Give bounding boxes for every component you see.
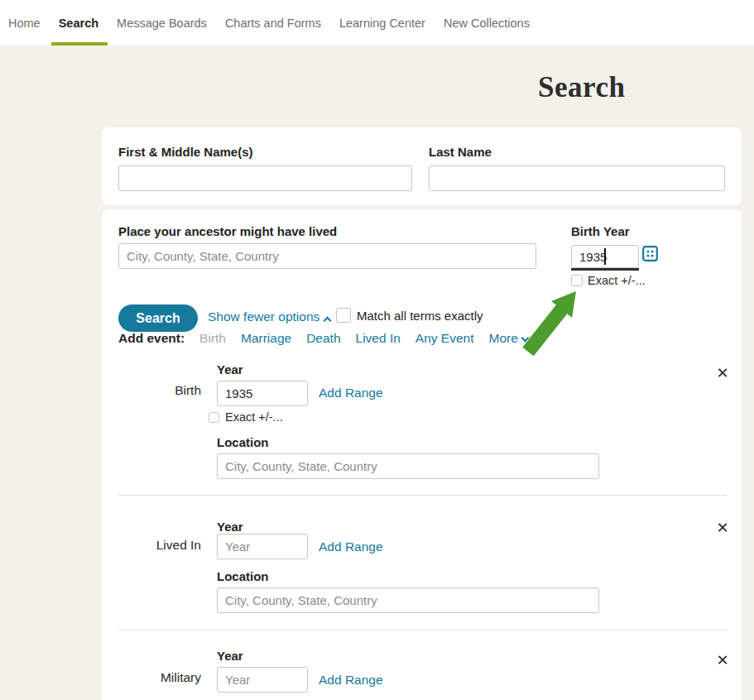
place-input[interactable]: [118, 243, 536, 269]
event-name-military: Military: [102, 670, 201, 685]
remove-lived-in-event-icon[interactable]: ✕: [714, 520, 731, 536]
lived-in-add-range-link[interactable]: Add Range: [319, 539, 383, 554]
birth-exact-label: Exact +/-...: [225, 410, 283, 424]
event-name-birth: Birth: [102, 383, 201, 398]
lived-in-year-input[interactable]: [217, 534, 308, 559]
lived-in-location-label: Location: [217, 569, 269, 583]
nav-item-search[interactable]: Search: [59, 0, 98, 46]
last-name-label: Last Name: [429, 145, 492, 159]
birth-year-field-label: Year: [217, 362, 243, 376]
add-event-birth-link: Birth: [199, 331, 226, 346]
lived-in-location-input[interactable]: [217, 587, 599, 613]
birth-year-exact-checkbox[interactable]: [571, 275, 583, 286]
event-divider: [118, 495, 727, 496]
birth-year-label: Birth Year: [571, 224, 630, 238]
birth-add-range-link[interactable]: Add Range: [319, 386, 383, 400]
military-year-input[interactable]: [217, 667, 308, 693]
nav-item-learning-center[interactable]: Learning Center: [339, 0, 425, 46]
add-event-more-link[interactable]: More: [488, 331, 527, 346]
search-button[interactable]: Search: [118, 304, 198, 332]
chevron-down-icon: [521, 334, 529, 343]
birth-location-label: Location: [217, 435, 269, 449]
top-navigation: Home Search Message Boards Charts and Fo…: [0, 0, 754, 46]
event-name-lived-in: Lived In: [102, 538, 201, 553]
birth-event-year-input[interactable]: [217, 381, 308, 406]
remove-birth-event-icon[interactable]: ✕: [714, 365, 731, 381]
remove-military-event-icon[interactable]: ✕: [714, 652, 731, 669]
place-label: Place your ancestor might have lived: [118, 224, 337, 238]
first-middle-name-label: First & Middle Name(s): [118, 145, 253, 159]
birth-year-focus-underline: [571, 268, 639, 271]
year-keypad-icon[interactable]: [642, 246, 658, 261]
add-event-any-event-link[interactable]: Any Event: [415, 331, 474, 346]
nav-item-new-collections[interactable]: New Collections: [444, 0, 530, 46]
match-all-terms-checkbox[interactable]: [336, 308, 351, 323]
birth-location-input[interactable]: [217, 453, 599, 479]
chevron-up-icon: [324, 317, 332, 325]
page-title: Search: [538, 71, 625, 104]
add-event-lived-in-link[interactable]: Lived In: [356, 331, 401, 346]
nav-item-charts-and-forms[interactable]: Charts and Forms: [225, 0, 321, 46]
green-annotation-arrow-icon: [520, 285, 584, 368]
show-fewer-options-link[interactable]: Show fewer options: [208, 309, 330, 324]
birth-exact-checkbox[interactable]: [209, 412, 219, 423]
first-middle-name-input[interactable]: [118, 165, 412, 191]
birth-year-exact-label: Exact +/-...: [588, 274, 646, 287]
last-name-input[interactable]: [429, 165, 725, 191]
lived-in-year-field-label: Year: [217, 520, 243, 534]
military-year-field-label: Year: [217, 649, 243, 663]
show-fewer-options-label: Show fewer options: [208, 309, 319, 324]
add-event-row: Add event: Birth Marriage Death Lived In…: [118, 331, 528, 346]
nav-item-message-boards[interactable]: Message Boards: [117, 0, 207, 46]
add-event-death-link[interactable]: Death: [306, 331, 340, 346]
match-all-terms-label: Match all terms exactly: [357, 309, 483, 323]
name-fields-card: First & Middle Name(s) Last Name: [102, 127, 742, 205]
text-caret: [604, 248, 606, 265]
event-divider: [118, 630, 727, 630]
military-add-range-link[interactable]: Add Range: [319, 673, 383, 688]
add-event-label: Add event:: [118, 331, 185, 346]
add-event-marriage-link[interactable]: Marriage: [241, 331, 291, 346]
search-form-card: Place your ancestor might have lived Bir…: [102, 209, 742, 700]
add-event-more-label: More: [488, 331, 517, 345]
nav-item-home[interactable]: Home: [8, 0, 41, 46]
